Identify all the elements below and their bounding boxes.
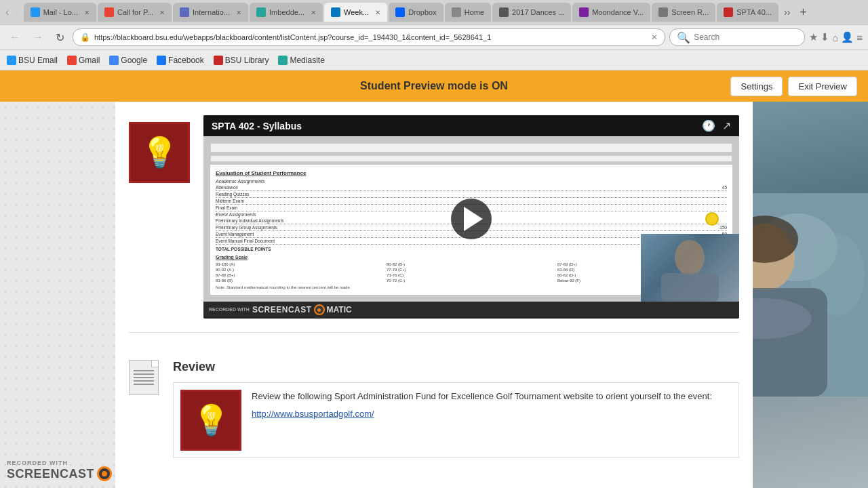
screencast-brand: SCREENCAST	[252, 305, 312, 314]
mediasite-bm-label: Mediasite	[290, 56, 324, 65]
svg-rect-1	[661, 273, 719, 302]
tab-spta-label: SPTA 40...	[736, 8, 772, 16]
spta-icon	[724, 7, 733, 17]
screenr-icon	[658, 7, 668, 17]
review-card-text: Review the following Sport Administratio…	[252, 390, 732, 420]
bookmark-facebook[interactable]: Facebook	[157, 56, 204, 65]
review-doc-line-4	[134, 380, 153, 382]
settings-button[interactable]: Settings	[730, 77, 783, 96]
tab-week[interactable]: Week... ✕	[324, 3, 387, 22]
back-button[interactable]: ←	[5, 30, 24, 45]
tab-mail-close[interactable]: ✕	[84, 9, 90, 16]
gmail-bm-icon	[67, 56, 77, 65]
tab-screenr-label: Screen R...	[671, 8, 709, 16]
review-card: 💡 Review the following Sport Administrat…	[173, 382, 739, 458]
tab-bar: ‹ › Mail - Lo... ✕ Call for P... ✕ Inter…	[0, 0, 868, 24]
tab-dropbox[interactable]: Dropbox	[389, 3, 443, 22]
video-title: SPTA 402 - Syllabus	[212, 121, 302, 131]
bookmarks-icon[interactable]: ★	[809, 31, 818, 43]
review-description: Review the following Sport Administratio…	[252, 390, 732, 403]
review-doc-line-2	[134, 373, 153, 375]
nav-bar: ← → ↻ 🔒 https://blackboard.bsu.edu/webap…	[0, 24, 868, 50]
google-bm-label: Google	[121, 56, 147, 65]
mail-icon	[31, 7, 40, 17]
reload-button[interactable]: ↻	[52, 30, 68, 45]
bookmark-mediasite[interactable]: Mediasite	[278, 56, 324, 65]
tab-spta[interactable]: SPTA 40...	[717, 3, 778, 22]
review-doc-fold	[151, 361, 158, 367]
tab-gmail-label: Call for P...	[117, 8, 153, 16]
review-doc-line-3	[134, 377, 153, 378]
search-bar[interactable]: 🔍	[669, 28, 805, 46]
bsu-email-label: BSU Email	[18, 56, 58, 65]
tab-screenr[interactable]: Screen R...	[652, 3, 715, 22]
tab-dance[interactable]: 2017 Dances ...	[492, 3, 571, 22]
tab-imbed[interactable]: Imbedde... ✕	[250, 3, 323, 22]
screencast-circle	[314, 304, 325, 315]
screencast-circle-inner-bottom	[102, 471, 107, 476]
bookmark-bsu-library[interactable]: BSU Library	[214, 56, 269, 65]
browser-chrome: ‹ › Mail - Lo... ✕ Call for P... ✕ Inter…	[0, 0, 868, 70]
exit-preview-button[interactable]: Exit Preview	[788, 77, 857, 96]
tab-gmail-call[interactable]: Call for P... ✕	[98, 3, 172, 22]
tab-home[interactable]: Home	[445, 3, 491, 22]
doc-toolbar-2	[210, 155, 732, 162]
bookmark-google[interactable]: Google	[109, 56, 147, 65]
doc-academic-label: Academic Assignments	[216, 179, 727, 184]
tab-moon[interactable]: Moondance V...	[572, 3, 650, 22]
bookmarks-bar: BSU Email Gmail Google Facebook BSU Libr…	[0, 50, 868, 70]
tab-week-close[interactable]: ✕	[375, 9, 380, 16]
play-button[interactable]	[451, 199, 492, 239]
forward-button[interactable]: →	[28, 30, 47, 45]
search-input[interactable]	[694, 33, 795, 42]
video-content: Evaluation of Student Performance Academ…	[203, 136, 739, 302]
facebook-bm-icon	[157, 56, 166, 65]
week-icon	[331, 7, 340, 17]
screencast-circle-bottom	[97, 466, 112, 481]
dance-icon	[499, 7, 509, 17]
more-tabs-icon[interactable]: ››	[780, 7, 794, 18]
screencast-suffix: MATIC	[327, 305, 352, 314]
new-tab-icon[interactable]: +	[795, 5, 811, 20]
tab-mail-label: Mail - Lo...	[43, 8, 78, 16]
preview-bar: Student Preview mode is ON Settings Exit…	[0, 70, 868, 102]
video-embed[interactable]: SPTA 402 - Syllabus 🕐 ↗ Evaluation of St…	[203, 115, 739, 319]
tab-moon-label: Moondance V...	[592, 8, 644, 16]
intl-icon	[180, 7, 189, 17]
person-silhouette-small	[641, 234, 739, 302]
webcam-person-small	[641, 234, 739, 302]
tab-gmail-close[interactable]: ✕	[159, 9, 165, 16]
facebook-bm-label: Facebook	[168, 56, 204, 65]
webcam-small	[641, 234, 739, 302]
tab-intl-close[interactable]: ✕	[236, 9, 241, 16]
tab-dropbox-label: Dropbox	[408, 8, 437, 16]
video-section: 💡 SPTA 402 - Syllabus 🕐 ↗	[115, 102, 753, 319]
tab-home-label: Home	[465, 8, 484, 16]
screencast-brand-bottom: SCREENCAST	[7, 467, 94, 481]
back-icon[interactable]: ‹	[3, 6, 12, 18]
tab-mail[interactable]: Mail - Lo... ✕	[24, 3, 96, 22]
address-bar[interactable]: 🔒 https://blackboard.bsu.edu/webapps/bla…	[73, 28, 665, 46]
review-link[interactable]: http://www.bsusportadgolf.com/	[252, 409, 374, 419]
doc-attendance: Attendance 45	[216, 185, 727, 191]
review-doc-line-1	[134, 370, 153, 371]
doc-reading: Reading Quizzes	[216, 192, 727, 198]
home-nav-icon[interactable]: ⌂	[832, 32, 838, 43]
tab-intl[interactable]: Internatio... ✕	[173, 3, 248, 22]
review-content: Review 💡 Review the following Sport Admi…	[173, 360, 739, 458]
download-manager-icon[interactable]: ⬇	[821, 31, 829, 43]
forward-icon[interactable]: ›	[13, 6, 22, 18]
review-idea-icon-box: 💡	[180, 390, 241, 451]
review-doc-body	[129, 360, 159, 395]
bsu-email-icon	[7, 56, 16, 65]
tab-imbed-label: Imbedde...	[269, 8, 304, 16]
bookmark-bsu-email[interactable]: BSU Email	[7, 56, 58, 65]
menu-icon[interactable]: ≡	[856, 32, 863, 43]
review-doc-line-5	[134, 384, 153, 385]
profile-icon[interactable]: 👤	[841, 31, 854, 43]
tab-imbed-close[interactable]: ✕	[311, 9, 316, 16]
review-doc-icon	[129, 360, 163, 397]
review-title: Review	[173, 360, 739, 374]
main-content: 💡 SPTA 402 - Syllabus 🕐 ↗	[0, 102, 868, 488]
bookmark-gmail[interactable]: Gmail	[67, 56, 100, 65]
